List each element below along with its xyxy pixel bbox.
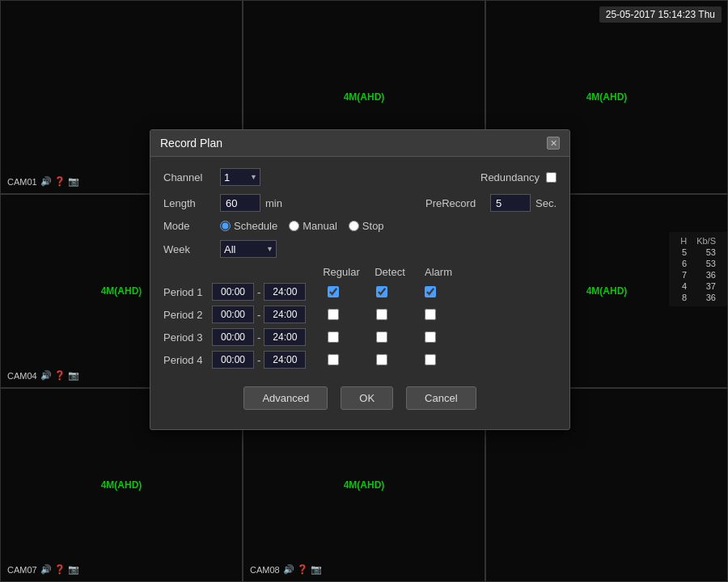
cam-info-8: CAM08 🔊 ❓ 📷 [250, 564, 322, 575]
period-2-alarm-check[interactable] [425, 309, 436, 320]
dialog-title: Record Plan [160, 137, 222, 150]
stats-row-4-kbs: 37 [692, 280, 721, 292]
cam-id-1: CAM01 [7, 177, 37, 187]
prerecord-input[interactable] [490, 194, 531, 212]
mode-stop-option[interactable]: Stop [349, 220, 384, 232]
mode-manual-label: Manual [303, 220, 337, 232]
mode-manual-option[interactable]: Manual [289, 220, 337, 232]
cam-info-4: CAM04 🔊 ❓ 📷 [7, 370, 79, 381]
length-label: Length [163, 197, 220, 209]
period-3-regular-check[interactable] [328, 331, 339, 343]
week-row: Week AllMonTueWed ThuFriSatSun [163, 240, 557, 258]
period-1-time: - [212, 283, 306, 301]
redundancy-checkbox[interactable] [546, 172, 557, 183]
period-1-end[interactable] [264, 283, 306, 301]
header-alarm: Alarm [414, 266, 463, 278]
period-3-start[interactable] [212, 328, 254, 346]
cam-id-4: CAM04 [7, 371, 37, 381]
period-1-regular-check[interactable] [328, 286, 339, 297]
cam-label-3: 4M(AHD) [586, 91, 628, 103]
channel-redundancy-row: Channel 1234 5678 Redundancy [163, 168, 557, 186]
dialog-buttons: Advanced OK Cancel [163, 373, 557, 418]
channel-select-wrapper: 1234 5678 [220, 168, 260, 186]
cam-id-8: CAM08 [250, 565, 280, 575]
period-2-time: - [212, 306, 306, 323]
prerecord-unit: Sec. [535, 197, 557, 209]
period-2-end[interactable] [264, 306, 306, 323]
period-3-time: - [212, 328, 306, 346]
period-2-start[interactable] [212, 306, 254, 323]
stats-row-5-kbs: 36 [692, 292, 721, 303]
redundancy-label: Redundancy [480, 171, 540, 183]
period-2-name: Period 2 [163, 309, 212, 321]
stats-row-1-h: 5 [675, 247, 692, 258]
length-unit: min [265, 197, 282, 209]
period-3-end[interactable] [264, 328, 306, 346]
period-4-start[interactable] [212, 351, 254, 369]
mode-manual-radio[interactable] [289, 221, 299, 231]
period-4-row: Period 4 - [163, 351, 557, 369]
channel-select[interactable]: 1234 5678 [220, 168, 260, 186]
period-1-name: Period 1 [163, 286, 212, 298]
stats-panel: H Kb/S 5 53 6 53 7 36 4 37 [669, 232, 727, 306]
dialog-titlebar: Record Plan ✕ [150, 130, 569, 157]
period-3-alarm-check[interactable] [425, 331, 436, 343]
period-4-regular-check[interactable] [328, 354, 339, 365]
mode-stop-radio[interactable] [349, 221, 359, 231]
stats-row-3-h: 7 [675, 269, 692, 280]
period-4-time: - [212, 351, 306, 369]
period-3-name: Period 3 [163, 331, 212, 344]
mode-label: Mode [163, 220, 220, 232]
cam-label-6: 4M(AHD) [586, 285, 628, 297]
length-prerecord-row: Length min PreRecord Sec. [163, 194, 557, 212]
week-select-wrapper: AllMonTueWed ThuFriSatSun [220, 240, 277, 258]
header-regular: Regular [317, 266, 366, 278]
ok-button[interactable]: OK [341, 386, 393, 410]
length-input[interactable] [220, 194, 260, 212]
header-detect: Detect [366, 266, 414, 278]
stats-header-h: H [675, 235, 692, 247]
prerecord-label: PreRecord [425, 197, 490, 209]
period-2-detect-check[interactable] [376, 309, 387, 320]
period-4-detect-check[interactable] [376, 354, 387, 365]
cam-icons-1: 🔊 ❓ 📷 [40, 176, 79, 187]
period-1-detect-check[interactable] [376, 286, 387, 297]
stats-row-2-kbs: 53 [692, 258, 721, 269]
mode-radio-group: Schedule Manual Stop [220, 220, 384, 232]
cam-icons-7: 🔊 ❓ 📷 [40, 564, 79, 575]
period-3-detect-check[interactable] [376, 331, 387, 343]
period-4-name: Period 4 [163, 354, 212, 366]
cam-info-1: CAM01 🔊 ❓ 📷 [7, 176, 79, 187]
cam-id-7: CAM07 [7, 565, 37, 575]
dialog-body: Channel 1234 5678 Redundancy Length min … [150, 157, 569, 429]
stats-row-4-h: 4 [675, 280, 692, 292]
cam-label-8: 4M(AHD) [344, 479, 385, 491]
cam-icons-8: 🔊 ❓ 📷 [283, 564, 322, 575]
mode-schedule-label: Schedule [234, 220, 277, 232]
period-1-row: Period 1 - [163, 283, 557, 301]
mode-stop-label: Stop [362, 220, 384, 232]
stats-row-2-h: 6 [675, 258, 692, 269]
week-select[interactable]: AllMonTueWed ThuFriSatSun [220, 240, 277, 258]
mode-schedule-radio[interactable] [220, 221, 231, 231]
cam-info-7: CAM07 🔊 ❓ 📷 [7, 564, 79, 575]
period-1-alarm-check[interactable] [425, 286, 436, 297]
period-2-regular-check[interactable] [328, 309, 339, 320]
stats-row-3-kbs: 36 [692, 269, 721, 280]
period-3-row: Period 3 - [163, 328, 557, 346]
channel-label: Channel [163, 171, 220, 183]
period-1-start[interactable] [212, 283, 254, 301]
record-plan-dialog: Record Plan ✕ Channel 1234 5678 Redundan… [150, 129, 570, 430]
cancel-button[interactable]: Cancel [406, 386, 476, 410]
advanced-button[interactable]: Advanced [243, 386, 328, 410]
period-4-end[interactable] [264, 351, 306, 369]
close-button[interactable]: ✕ [547, 137, 560, 150]
mode-schedule-option[interactable]: Schedule [220, 220, 277, 232]
period-headers: Regular Detect Alarm [163, 266, 557, 278]
cam-label-4: 4M(AHD) [101, 285, 142, 297]
datetime-display: 25-05-2017 15:14:23 Thu [599, 6, 722, 23]
stats-row-1-kbs: 53 [692, 247, 721, 258]
week-label: Week [163, 243, 220, 255]
period-4-alarm-check[interactable] [425, 354, 436, 365]
cam-label-2: 4M(AHD) [344, 91, 385, 103]
